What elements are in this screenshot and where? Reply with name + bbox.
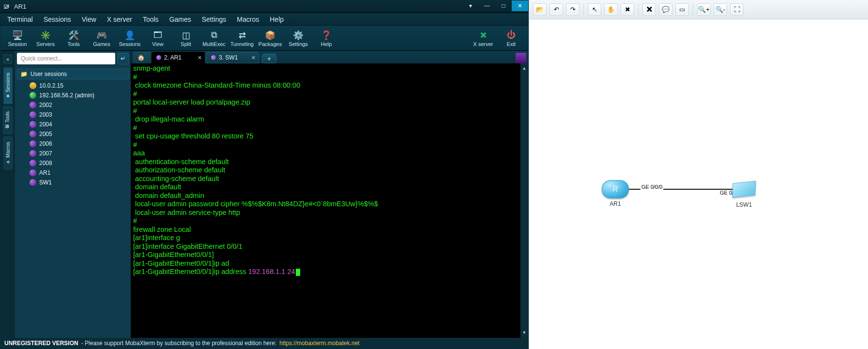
- menu-help[interactable]: Help: [270, 15, 284, 23]
- packages-icon: 📦: [256, 30, 284, 41]
- tool-session[interactable]: 🖥️Session: [3, 30, 31, 47]
- tab-close-icon[interactable]: ✕: [251, 55, 256, 61]
- session-item[interactable]: 192.168.56.2 (admin): [15, 91, 131, 100]
- session-item[interactable]: 2006: [15, 139, 131, 149]
- delete-button[interactable]: ✖: [621, 3, 634, 16]
- redo-button[interactable]: ↷: [566, 3, 579, 16]
- tab-menu-button[interactable]: [516, 53, 526, 63]
- tab-close-icon[interactable]: ✕: [198, 55, 202, 61]
- minimize-button[interactable]: —: [479, 0, 495, 11]
- tool-settings[interactable]: ⚙️Settings: [284, 30, 312, 47]
- session-item[interactable]: AR1: [15, 168, 131, 178]
- undo-button[interactable]: ↶: [549, 3, 563, 16]
- node-router[interactable]: R AR1: [602, 180, 629, 207]
- zoom-in-icon: 🔍+: [698, 6, 710, 13]
- node-switch[interactable]: LSW1: [732, 182, 756, 208]
- zoom-in-button[interactable]: 🔍+: [697, 3, 711, 16]
- topology-canvas[interactable]: GE 0/0/0 GE 0/0/1 R AR1 LSW1: [529, 19, 868, 349]
- pan-button[interactable]: ✋: [604, 3, 618, 16]
- clear-button[interactable]: 🗙: [642, 3, 656, 16]
- collapse-sidebar-button[interactable]: «: [3, 55, 12, 63]
- status-link[interactable]: https://mobaxterm.mobatek.net: [279, 340, 359, 347]
- sidetab-tools[interactable]: 🛠 Tools: [3, 106, 13, 134]
- toolbar-separator: [583, 4, 584, 15]
- session-item[interactable]: 2007: [15, 149, 131, 158]
- menu-xserver[interactable]: X server: [107, 15, 132, 23]
- tab-2-ar1[interactable]: 2. AR1✕: [152, 52, 205, 63]
- session-key-icon: [30, 82, 36, 89]
- tool-xserver[interactable]: ✖X server: [469, 30, 497, 47]
- tool-tunneling[interactable]: ⇄Tunneling: [228, 30, 256, 47]
- session-item[interactable]: 10.0.2.15: [15, 81, 131, 91]
- session-item[interactable]: 2005: [15, 129, 131, 139]
- menu-view[interactable]: View: [82, 15, 96, 23]
- terminal-line: local-user admin password cipher %$%$K8m…: [133, 200, 526, 209]
- maximize-button[interactable]: □: [495, 0, 512, 11]
- tool-games[interactable]: 🎮Games: [88, 30, 116, 47]
- ensp-toolbar: 📂↶↷↖✋✖🗙💬▭🔍+🔍-⛶: [529, 0, 868, 19]
- zoom-out-button[interactable]: 🔍-: [714, 3, 727, 16]
- fit-button[interactable]: ⛶: [730, 3, 744, 16]
- tool-multiexec[interactable]: ⧉MultiExec: [200, 30, 228, 47]
- close-button[interactable]: ✕: [512, 0, 528, 11]
- tool-sessions[interactable]: 👤Sessions: [116, 30, 144, 47]
- pan-icon: ✋: [607, 6, 615, 13]
- pointer-icon: ↖: [592, 6, 597, 13]
- menu-games[interactable]: Games: [169, 15, 191, 23]
- terminal-line: #: [133, 141, 526, 150]
- sidetab-macros[interactable]: ✈ Macros: [3, 137, 13, 170]
- pointer-button[interactable]: ↖: [588, 3, 601, 16]
- xserver-icon: ✖: [469, 30, 497, 41]
- terminal[interactable]: snmp-agent# clock timezone China-Standar…: [131, 63, 528, 338]
- router-label: AR1: [602, 200, 629, 207]
- terminal-line: local-user admin service-type http: [133, 209, 526, 217]
- tool-split[interactable]: ◫Split: [172, 30, 200, 47]
- terminal-line: #: [133, 90, 526, 99]
- session-item[interactable]: 2003: [15, 110, 131, 120]
- menu-tools[interactable]: Tools: [143, 15, 159, 23]
- sidebar: Quick connect... ↵ 📁 User sessions 10.0.…: [15, 51, 131, 338]
- terminal-line: [ar1]interface GigabitEthernet 0/0/1: [133, 243, 526, 251]
- tool-tools[interactable]: 🛠️Tools: [60, 30, 88, 47]
- quick-connect-button[interactable]: ↵: [117, 53, 129, 64]
- link-label-left: GE 0/0/0: [640, 184, 663, 190]
- router-icon: R: [602, 180, 629, 198]
- tab-home[interactable]: 🏠: [133, 52, 151, 63]
- side-tab-strip: « ★ Sessions 🛠 Tools ✈ Macros: [0, 51, 15, 338]
- menu-settings[interactable]: Settings: [202, 15, 227, 23]
- sidetab-sessions[interactable]: ★ Sessions: [3, 67, 13, 104]
- help-icon: ❓: [312, 30, 340, 41]
- window-title: AR1: [14, 3, 26, 10]
- new-tab-button[interactable]: +: [262, 54, 276, 63]
- tab-session-icon: [211, 55, 216, 60]
- tree-header[interactable]: 📁 User sessions: [17, 69, 129, 79]
- dropdown-button[interactable]: ▾: [462, 0, 479, 11]
- terminal-line: #: [133, 107, 526, 116]
- session-item[interactable]: SW1: [15, 178, 131, 187]
- rect-button[interactable]: ▭: [675, 3, 689, 16]
- menu-terminal[interactable]: Terminal: [7, 15, 33, 23]
- terminal-line: domain default_admin: [133, 192, 526, 200]
- tab-3-sw1[interactable]: 3. SW1✕: [206, 52, 259, 63]
- menu-macros[interactable]: Macros: [237, 15, 259, 23]
- note-button[interactable]: 💬: [659, 3, 672, 16]
- status-bar: UNREGISTERED VERSION - Please support Mo…: [0, 338, 528, 349]
- session-item[interactable]: 2002: [15, 100, 131, 110]
- session-item[interactable]: 2004: [15, 120, 131, 129]
- session-item[interactable]: 2008: [15, 158, 131, 168]
- tool-servers[interactable]: ✳️Servers: [31, 30, 60, 47]
- toolbar-separator: [693, 4, 693, 15]
- unregistered-label: UNREGISTERED VERSION: [4, 340, 78, 347]
- tool-packages[interactable]: 📦Packages: [256, 30, 284, 47]
- fit-icon: ⛶: [734, 6, 740, 13]
- title-bar[interactable]: 🖳 AR1 ▾ — □ ✕: [0, 0, 528, 13]
- session-tree: 📁 User sessions 10.0.2.15192.168.56.2 (a…: [15, 66, 131, 338]
- quick-connect-input[interactable]: Quick connect...: [17, 53, 115, 64]
- tool-help[interactable]: ❓Help: [312, 30, 340, 47]
- menu-sessions[interactable]: Sessions: [44, 15, 71, 23]
- terminal-scrollbar[interactable]: ▲▼: [520, 63, 528, 338]
- tool-exit[interactable]: ⏻Exit: [497, 30, 525, 47]
- open-button[interactable]: 📂: [533, 3, 547, 16]
- tab-session-icon: [156, 55, 161, 60]
- tool-view[interactable]: 🗔View: [144, 30, 172, 47]
